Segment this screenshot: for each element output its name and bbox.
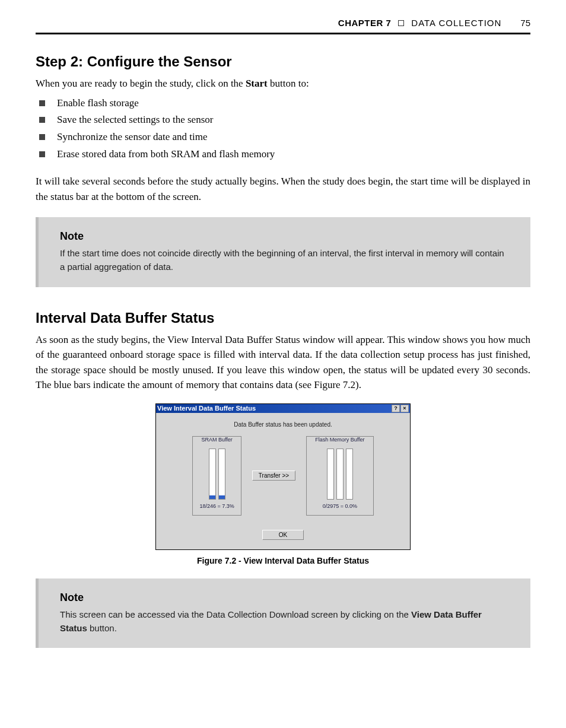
bar-fill [209,495,215,499]
bullet-text: Erase stored data from both SRAM and fla… [57,146,275,163]
bullet-text: Synchronize the sensor date and time [57,129,208,146]
bar-fill [219,495,225,499]
list-item: Save the selected settings to the sensor [39,112,530,129]
interval-heading: Interval Data Buffer Status [36,310,530,326]
figure-7-2: View Interval Data Buffer Status ? × Dat… [36,403,530,565]
separator-icon [398,20,404,26]
list-item: Enable flash storage [39,95,530,112]
figure-caption: Figure 7.2 - View Interval Data Buffer S… [36,556,530,565]
bullet-text: Save the selected settings to the sensor [57,112,213,129]
dialog-status-text: Data Buffer status has been updated. [156,413,410,430]
list-item: Synchronize the sensor date and time [39,129,530,146]
text: This screen can be accessed via the Data… [60,609,411,619]
flash-buffer-group: Flash Memory Buffer 0/2975 = 0.0% [306,436,373,516]
sram-legend: SRAM Buffer [199,437,234,443]
square-bullet-icon [39,151,45,157]
bullet-text: Enable flash storage [57,95,139,112]
sram-bars [199,449,234,500]
step2-after: It will take several seconds before the … [36,174,530,204]
note-title: Note [60,592,509,604]
flash-legend: Flash Memory Buffer [313,437,367,443]
square-bullet-icon [39,100,45,106]
square-bullet-icon [39,134,45,140]
text: button to: [268,78,309,89]
flash-value: 0/2975 = 0.0% [313,503,367,509]
chapter-label: CHAPTER 7 [338,18,392,28]
dialog-titlebar: View Interval Data Buffer Status ? × [156,404,410,413]
note-box-1: Note If the start time does not coincide… [36,217,530,287]
bar [218,449,225,500]
page-header: CHAPTER 7 DATA COLLECTION 75 [36,18,530,34]
note-title: Note [60,230,509,243]
titlebar-buttons: ? × [392,405,409,412]
text: button. [87,623,117,633]
bar [327,449,334,500]
step2-heading: Step 2: Configure the Sensor [36,53,530,70]
sram-buffer-group: SRAM Buffer 18/246 = 7.3% [192,436,241,516]
help-icon[interactable]: ? [392,405,400,412]
document-page: CHAPTER 7 DATA COLLECTION 75 Step 2: Con… [0,0,566,697]
flash-bars [313,449,367,500]
dialog-footer: OK [156,524,410,549]
step2-bullets: Enable flash storage Save the selected s… [39,95,530,164]
text: When you are ready to begin the study, c… [36,78,246,89]
page-number: 75 [520,18,530,28]
ok-button[interactable]: OK [262,530,304,540]
step2-intro: When you are ready to begin the study, c… [36,76,530,91]
list-item: Erase stored data from both SRAM and fla… [39,146,530,163]
sram-value: 18/246 = 7.3% [199,503,234,509]
note-box-2: Note This screen can be accessed via the… [36,578,530,648]
bar [346,449,353,500]
section-label: DATA COLLECTION [411,18,501,28]
bar [209,449,216,500]
dialog-title: View Interval Data Buffer Status [157,405,256,412]
interval-body: As soon as the study begins, the View In… [36,332,530,393]
note-body: If the start time does not coincide dire… [60,246,509,274]
bar [336,449,344,500]
transfer-button[interactable]: Transfer >> [252,471,295,481]
close-icon[interactable]: × [400,405,409,412]
start-bold: Start [246,78,268,89]
square-bullet-icon [39,117,45,123]
note-body: This screen can be accessed via the Data… [60,608,509,635]
buffers-row: SRAM Buffer 18/246 = 7.3% Transfer >> Fl… [156,430,410,524]
buffer-status-dialog: View Interval Data Buffer Status ? × Dat… [155,403,411,550]
